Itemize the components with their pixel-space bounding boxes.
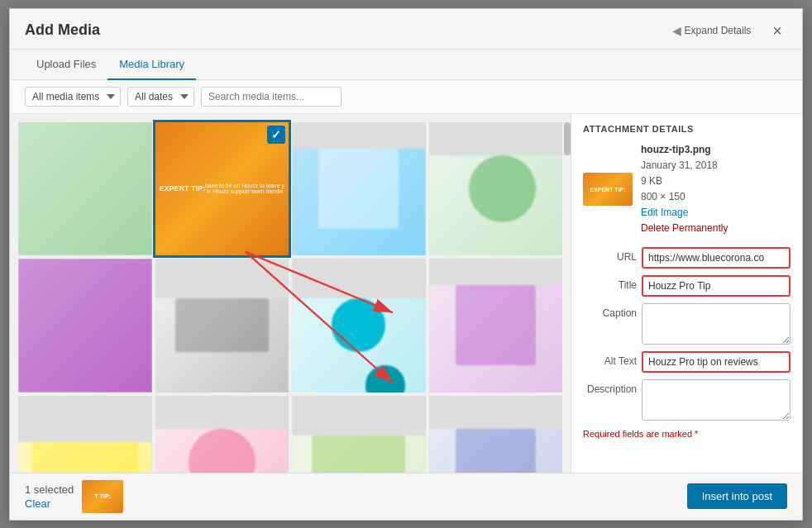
url-field-row: URL <box>583 247 791 269</box>
list-item[interactable] <box>18 396 152 473</box>
required-note: Required fields are marked * <box>583 429 791 439</box>
list-item[interactable] <box>18 259 152 392</box>
url-input[interactable] <box>642 247 791 269</box>
thumb-text: EXPERT TIP: <box>590 187 625 193</box>
insert-into-post-button[interactable]: Insert into post <box>687 483 787 509</box>
filter-media-type[interactable]: All media items <box>25 87 121 107</box>
description-field-row: Description <box>583 379 791 421</box>
toolbar-filters: All media items All dates <box>25 87 342 107</box>
list-item[interactable]: EXPERT TIP:have to be on Houzz to leave … <box>155 122 289 256</box>
details-panel: ATTACHMENT DETAILS EXPERT TIP: houzz-tip… <box>571 114 802 473</box>
attachment-details-title: ATTACHMENT DETAILS <box>583 124 791 134</box>
modal-title: Add Media <box>25 21 100 39</box>
add-media-modal: Add Media ◀ Expand Details × Upload File… <box>9 8 803 521</box>
close-button[interactable]: × <box>767 21 787 40</box>
tab-upload-files[interactable]: Upload Files <box>25 50 107 80</box>
footer-thumb: T TIP: <box>82 480 123 513</box>
attachment-dimensions: 800 × 150 <box>641 189 728 205</box>
alt-text-label: Alt Text <box>583 351 637 367</box>
tab-media-library[interactable]: Media Library <box>107 50 196 80</box>
expand-chevron-icon: ◀ <box>672 24 681 37</box>
media-grid-area[interactable]: EXPERT TIP:have to be on Houzz to leave … <box>10 114 571 473</box>
edit-image-link[interactable]: Edit Image <box>641 205 728 221</box>
title-field-row: Title <box>583 275 791 297</box>
modal-header: Add Media ◀ Expand Details × <box>10 9 802 50</box>
attachment-filename: houzz-tip3.png <box>641 142 728 158</box>
alt-text-field-row: Alt Text <box>583 351 791 373</box>
title-label: Title <box>583 275 637 291</box>
url-label: URL <box>583 247 637 263</box>
expand-details-button[interactable]: ◀ Expand Details <box>672 24 752 37</box>
selected-count: 1 selected <box>25 483 74 496</box>
list-item[interactable] <box>292 259 426 392</box>
toolbar-row: All media items All dates <box>10 80 802 114</box>
search-input[interactable] <box>201 87 342 107</box>
caption-textarea[interactable] <box>642 303 791 345</box>
list-item[interactable] <box>155 396 289 473</box>
attachment-preview: EXPERT TIP: houzz-tip3.png January 31, 2… <box>583 142 791 237</box>
footer-left: 1 selected Clear T TIP: <box>25 480 123 513</box>
list-item[interactable] <box>292 122 426 256</box>
expand-details-label: Expand Details <box>685 25 752 36</box>
tabs-row: Upload Files Media Library <box>10 50 802 80</box>
alt-text-input[interactable] <box>642 351 791 373</box>
list-item[interactable] <box>18 122 152 256</box>
scrollbar-thumb[interactable] <box>564 122 571 155</box>
caption-field-row: Caption <box>583 303 791 345</box>
scrollbar-track[interactable] <box>564 114 571 473</box>
list-item[interactable] <box>429 396 563 473</box>
modal-overlay: Add Media ◀ Expand Details × Upload File… <box>0 0 812 528</box>
media-grid: EXPERT TIP:have to be on Houzz to leave … <box>18 122 562 473</box>
description-textarea[interactable] <box>642 379 791 421</box>
modal-footer: 1 selected Clear T TIP: Insert into post <box>10 473 802 520</box>
list-item[interactable] <box>292 396 426 473</box>
list-item[interactable] <box>155 259 289 392</box>
caption-label: Caption <box>583 303 637 319</box>
filter-date[interactable]: All dates <box>127 87 194 107</box>
clear-selection-link[interactable]: Clear <box>25 497 74 510</box>
attachment-filesize: 9 KB <box>641 174 728 189</box>
selected-checkmark: ✓ <box>267 126 285 144</box>
attachment-meta: houzz-tip3.png January 31, 2018 9 KB 800… <box>641 142 728 237</box>
modal-body: EXPERT TIP:have to be on Houzz to leave … <box>10 114 802 473</box>
title-input[interactable] <box>642 275 791 297</box>
attachment-date: January 31, 2018 <box>641 158 728 174</box>
list-item[interactable] <box>429 122 563 256</box>
attachment-thumb: EXPERT TIP: <box>583 173 633 206</box>
footer-thumb-text: T TIP: <box>95 493 111 499</box>
delete-permanently-link[interactable]: Delete Permanently <box>641 221 728 236</box>
description-label: Description <box>583 379 637 395</box>
list-item[interactable] <box>429 259 563 392</box>
